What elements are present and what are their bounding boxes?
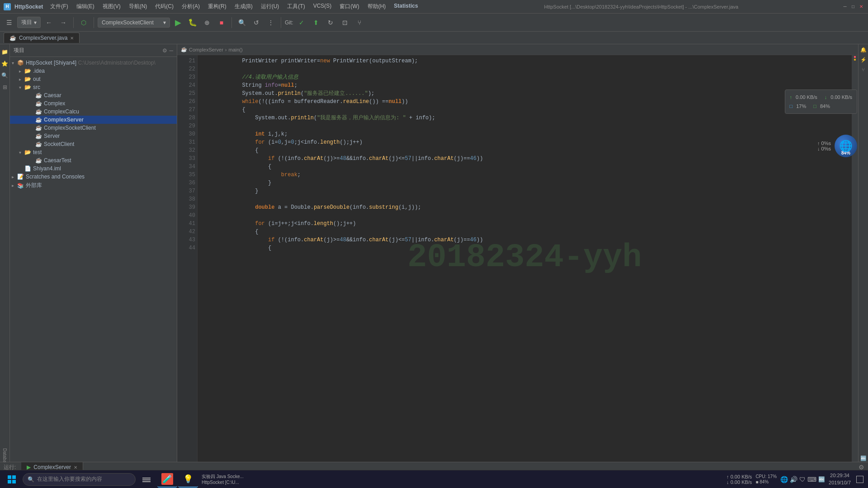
tree-test[interactable]: ▾ 📂 test (10, 148, 177, 156)
nav-forward-button[interactable]: → (57, 16, 70, 29)
tree-complexserver[interactable]: ☕ ComplexServer (10, 116, 177, 124)
tree-socketclient[interactable]: ☕ SocketClient (10, 140, 177, 148)
code-content[interactable]: 20182324-yyh PrintWriter printWriter=new… (198, 55, 852, 462)
menu-refactor[interactable]: 重构(R) (204, 1, 230, 12)
tree-idea[interactable]: ▸ 📂 .idea (10, 67, 177, 75)
code-line-28: System.out.println("我是服务器，用户输入的信息为: " + … (203, 114, 846, 122)
menu-bar: 文件(F) 编辑(E) 视图(V) 导航(N) 代码(C) 分析(A) 重构(R… (47, 1, 440, 12)
taskbar-app-idea1[interactable]: 🧪 (157, 471, 177, 488)
windows-icon (7, 475, 16, 484)
tree-shiyan4-iml[interactable]: 📄 Shiyan4.iml (10, 164, 177, 173)
file-tab-complex-server[interactable]: ☕ ComplexServer.java ✕ (4, 33, 80, 43)
app-icon: H (4, 3, 11, 10)
menu-run[interactable]: 运行(U) (257, 1, 283, 12)
favorites-icon[interactable]: ⭐ (1, 60, 9, 68)
system-time[interactable]: 20:29:34 2019/10/7 (829, 472, 851, 486)
search-everywhere-button[interactable]: 🔍 (236, 16, 248, 29)
reload-button[interactable]: ↺ (250, 16, 263, 29)
tray-icon-2[interactable]: 🔊 (790, 476, 797, 483)
structure-icon[interactable]: ⊞ (1, 83, 9, 91)
menu-vcs[interactable]: VCS(S) (310, 1, 335, 12)
windows-start-button[interactable] (3, 471, 21, 488)
editor-area: ☕ ComplexServer › main() 2122232425 2627… (177, 44, 858, 462)
code-line-37: } (203, 187, 846, 195)
show-desktop-button[interactable] (854, 471, 865, 488)
taskbar-search[interactable]: 🔍 在这里输入你要搜索的内容 (23, 473, 136, 486)
tray-icon-4[interactable]: ⌨ (807, 476, 816, 483)
git-history-button[interactable]: ⊡ (339, 16, 351, 29)
git-icon[interactable]: ⑂ (860, 66, 867, 73)
debug-button[interactable]: 🐛 (186, 16, 199, 29)
tray-icon-1[interactable]: 🌐 (780, 476, 788, 483)
code-line-34: { (203, 163, 846, 171)
error-indicator (854, 56, 856, 58)
git-branches-button[interactable]: ⑂ (353, 16, 366, 29)
hector-icon[interactable]: 🔤 (860, 455, 867, 462)
build-button[interactable]: ⬡ (77, 16, 90, 29)
menu-tools[interactable]: 工具(T) (283, 1, 308, 12)
panel-minimize-button[interactable]: ─ (169, 47, 173, 54)
code-line-42: { (203, 228, 846, 236)
tree-out[interactable]: ▸ 📂 out (10, 75, 177, 83)
more-actions-button[interactable]: ⋮ (264, 16, 277, 29)
close-run-tab-button[interactable]: ✕ (74, 465, 77, 470)
globe-stats: ↑ 0%s ↓ 0%s 🌐 84% (817, 135, 857, 157)
tree-caesar[interactable]: ☕ Caesar (10, 91, 177, 99)
project-tree: ▾ 📦 HttpSocket [Shiyan4] C:\Users\Admini… (10, 57, 177, 462)
git-update-button[interactable]: ↻ (324, 16, 337, 29)
menu-code[interactable]: 代码(C) (151, 1, 177, 12)
tree-complexsocketclient[interactable]: ☕ ComplexSocketClient (10, 124, 177, 132)
nav-back-button[interactable]: ← (42, 16, 55, 29)
close-button[interactable]: ✕ (858, 4, 864, 10)
tray-icon-3[interactable]: 🛡 (799, 476, 806, 483)
code-line-35: break; (203, 171, 846, 179)
menu-nav[interactable]: 导航(N) (125, 1, 151, 12)
editor-scrollbar[interactable] (852, 55, 858, 462)
tray-area: ↑ 0.00 KB/s↓ 0.00 KB/s CPU: 17% ■ 84% 🌐 … (726, 471, 865, 488)
database-icon[interactable]: Database (1, 454, 9, 462)
menu-edit[interactable]: 编辑(E) (73, 1, 98, 12)
git-push-button[interactable]: ⬆ (310, 16, 322, 29)
taskbar-app-idea2[interactable]: 💡 (178, 471, 198, 488)
tree-root[interactable]: ▾ 📦 HttpSocket [Shiyan4] C:\Users\Admini… (10, 59, 177, 67)
minimize-button[interactable]: ─ (842, 4, 848, 10)
code-editor[interactable]: 2122232425 2627282930 3132333435 3637383… (177, 55, 858, 462)
menu-view[interactable]: 视图(V) (99, 1, 124, 12)
maximize-button[interactable]: □ (850, 4, 856, 10)
menu-statistics[interactable]: Statistics (390, 1, 421, 12)
code-line-21: PrintWriter printWriter=new PrintWriter(… (203, 57, 846, 65)
project-icon[interactable]: 📁 (1, 48, 9, 56)
close-tab-button[interactable]: ✕ (70, 36, 74, 41)
code-line-22 (203, 65, 846, 73)
task-view-button[interactable] (137, 471, 156, 488)
tree-scratches[interactable]: ▸ 📝 Scratches and Consoles (10, 173, 177, 181)
run-config-select[interactable]: ComplexSocketClient ▾ (98, 18, 170, 28)
code-line-26: while(!((info = bufferedReader.readLine(… (203, 98, 846, 106)
sidebar-toggle-button[interactable]: ☰ (3, 16, 15, 29)
tree-src[interactable]: ▾ 📂 src (10, 83, 177, 91)
tree-caesartest[interactable]: ☕ CaesarTest (10, 156, 177, 164)
tree-complexcalcu[interactable]: ☕ ComplexCalcu (10, 108, 177, 116)
stop-button[interactable]: ■ (215, 16, 228, 29)
menu-analyze[interactable]: 分析(A) (178, 1, 203, 12)
tree-server[interactable]: ☕ Server (10, 132, 177, 140)
menu-window[interactable]: 窗口(W) (336, 1, 363, 12)
git-commit-button[interactable]: ✓ (295, 16, 308, 29)
code-line-24: String info=null; (203, 81, 846, 89)
find-icon[interactable]: 🔍 (1, 71, 9, 80)
menu-generate[interactable]: 生成(B) (231, 1, 256, 12)
notifications-button[interactable]: 🔔 (860, 46, 867, 53)
project-dropdown[interactable]: 项目 ▾ (17, 17, 41, 28)
panel-settings-button[interactable]: ⚙ (162, 47, 167, 54)
tree-complex[interactable]: ☕ Complex (10, 99, 177, 108)
menu-file[interactable]: 文件(F) (47, 1, 71, 12)
tree-external-libs[interactable]: ▸ 📚 外部库 (10, 181, 177, 190)
run-with-coverage-button[interactable]: ⊕ (201, 16, 213, 29)
menu-help[interactable]: 帮助(H) (364, 1, 390, 12)
globe-icon: 🌐 84% (835, 135, 857, 157)
tray-icon-5[interactable]: 🔤 (818, 476, 825, 483)
power-save-button[interactable]: ⚡ (860, 56, 867, 63)
run-button[interactable]: ▶ (172, 16, 184, 29)
toolbar-separator (73, 17, 74, 28)
project-panel: 项目 ⚙ ─ ▾ 📦 HttpSocket [Shiyan4] C:\Users… (10, 44, 177, 462)
